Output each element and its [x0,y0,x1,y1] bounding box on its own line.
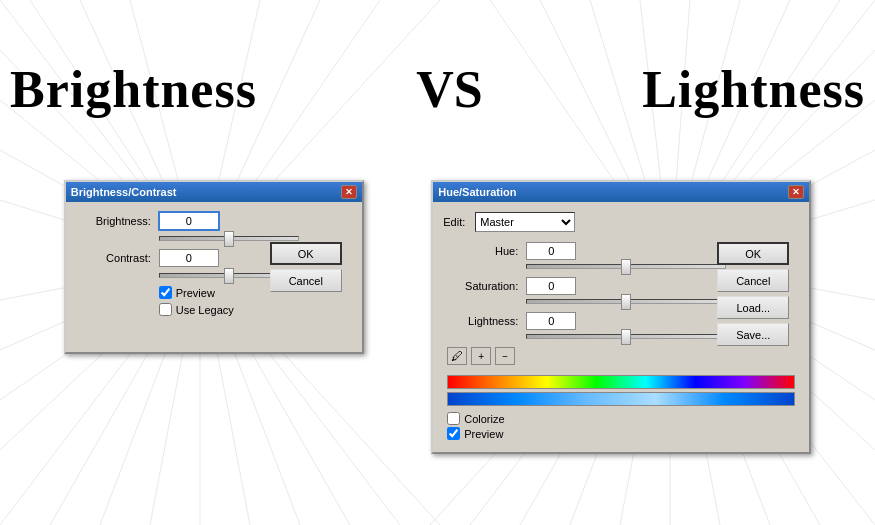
lightness-slider-track[interactable] [526,334,726,339]
brightness-dialog-titlebar: Brightness/Contrast ✕ [66,182,362,202]
hs-ok-button[interactable]: OK [717,242,789,265]
contrast-label: Contrast: [76,252,151,264]
brightness-dialog-content: Brightness: Contrast: [66,202,362,352]
hs-button-group: OK Cancel Load... Save... [717,242,789,346]
contrast-slider-thumb[interactable] [224,268,234,284]
eyedropper-tool[interactable]: 🖊 [447,347,467,365]
title-brightness: Brightness [10,60,257,119]
hs-cancel-button[interactable]: Cancel [717,269,789,292]
brightness-label: Brightness: [76,215,151,227]
eyedropper-row: 🖊 + − [447,347,799,365]
saturation-label: Saturation: [443,280,518,292]
saturation-slider-thumb[interactable] [621,294,631,310]
hs-dialog-titlebar: Hue/Saturation ✕ [433,182,809,202]
preview-label: Preview [176,287,215,299]
brightness-dialog-close[interactable]: ✕ [341,185,357,199]
lightness-slider-thumb[interactable] [621,329,631,345]
title-vs: VS [416,60,482,119]
contrast-input[interactable] [159,249,219,267]
eyedropper-subtract-tool[interactable]: − [495,347,515,365]
hue-slider-track[interactable] [526,264,726,269]
brightness-row: Brightness: [76,212,352,230]
bc-ok-button[interactable]: OK [270,242,342,265]
hs-edit-row: Edit: Master [443,212,799,232]
saturation-slider-track[interactable] [526,299,726,304]
hue-saturation-dialog: Hue/Saturation ✕ Edit: Master Hue: [431,180,811,454]
dialogs-container: Brightness/Contrast ✕ Brightness: Cont [0,180,875,454]
colorize-label: Colorize [464,413,504,425]
use-legacy-checkbox-row: Use Legacy [159,303,352,316]
bc-cancel-button[interactable]: Cancel [270,269,342,292]
brightness-slider-track[interactable] [159,236,299,241]
colorize-checkbox[interactable] [447,412,460,425]
brightness-input[interactable] [159,212,219,230]
brightness-slider-thumb[interactable] [224,231,234,247]
saturation-input[interactable] [526,277,576,295]
eyedropper-add-tool[interactable]: + [471,347,491,365]
colorize-checkbox-row: Colorize [447,412,799,425]
preview-checkbox[interactable] [159,286,172,299]
hs-save-button[interactable]: Save... [717,323,789,346]
hs-checkboxes: Colorize Preview [443,412,799,440]
bc-content-inner: Brightness: Contrast: [76,212,352,342]
hs-preview-checkbox[interactable] [447,427,460,440]
hs-dialog-title: Hue/Saturation [438,186,516,198]
lightness-input[interactable] [526,312,576,330]
hue-label: Hue: [443,245,518,257]
hs-edit-select[interactable]: Master [475,212,575,232]
lightness-label: Lightness: [443,315,518,327]
rainbow-color-bar [447,375,795,389]
use-legacy-checkbox[interactable] [159,303,172,316]
titles-container: Brightness VS Lightness [0,60,875,119]
hs-preview-label: Preview [464,428,503,440]
blue-color-bar [447,392,795,406]
bc-button-group: OK Cancel [270,242,342,292]
use-legacy-label: Use Legacy [176,304,234,316]
hs-edit-label: Edit: [443,216,465,228]
title-lightness: Lightness [642,60,865,119]
brightness-slider-row [76,236,352,241]
hs-content-inner: Edit: Master Hue: Saturati [443,212,799,440]
color-bars [447,375,795,406]
brightness-dialog-title: Brightness/Contrast [71,186,177,198]
hs-dialog-close[interactable]: ✕ [788,185,804,199]
hs-preview-checkbox-row: Preview [447,427,799,440]
hue-input[interactable] [526,242,576,260]
hs-load-button[interactable]: Load... [717,296,789,319]
hue-slider-thumb[interactable] [621,259,631,275]
brightness-contrast-dialog: Brightness/Contrast ✕ Brightness: Cont [64,180,364,354]
hs-dialog-content: Edit: Master Hue: Saturati [433,202,809,452]
